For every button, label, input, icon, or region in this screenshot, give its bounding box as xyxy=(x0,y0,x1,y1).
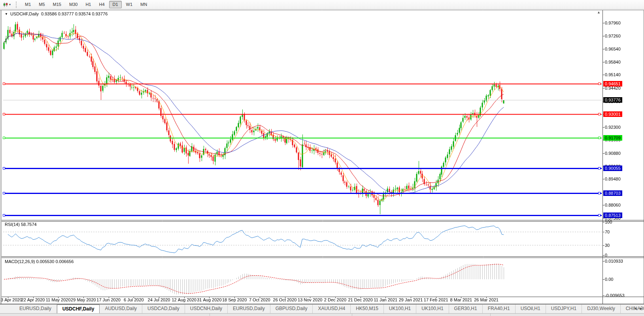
status-bar xyxy=(0,313,644,316)
symbol-tab-bar: EURUSD,DailyUSDCHF,DailyAUDUSD,DailyUSDC… xyxy=(0,304,644,313)
timeframe-toolbar: ▾ M1 M5 M15 M30 H1 H4 D1 W1 MN xyxy=(0,0,644,9)
tab-eurusd-daily[interactable]: EURUSD,Daily xyxy=(14,305,57,313)
price-badge-0.93776: 0.93776 xyxy=(603,97,622,103)
price-chart-canvas[interactable] xyxy=(0,0,644,316)
candlestick-chart-icon xyxy=(3,2,8,8)
tab-usdjpy-h1[interactable]: USDJPY,H1 xyxy=(546,305,582,313)
tab-scroll-right-icon[interactable]: ► xyxy=(639,307,643,310)
price-badge-0.94651: 0.94651 xyxy=(603,81,622,87)
chevron-down-icon: ▾ xyxy=(9,3,11,6)
symbol-period-label: USDCHF,Daily xyxy=(10,11,39,16)
price-badge-0.88703: 0.88703 xyxy=(603,190,622,196)
tab-uk100-h1[interactable]: UK100,H1 xyxy=(416,305,449,313)
toolbar-grip xyxy=(16,2,18,8)
macd-indicator-label: MACD(12,26,9) 0.005530 0.006656 xyxy=(5,259,74,264)
rsi-indicator-label: RSI(14) 58.7574 xyxy=(5,222,37,227)
tab-gbpusd-daily[interactable]: GBPUSD,Daily xyxy=(270,305,313,313)
price-badge-0.93001: 0.93001 xyxy=(603,111,622,117)
tf-button-m1[interactable]: M1 xyxy=(21,1,34,8)
tf-button-d1[interactable]: D1 xyxy=(109,1,122,8)
chart-shift-marker-icon[interactable]: ▲ xyxy=(597,10,601,14)
tab-eurusd-daily[interactable]: EURUSD,Daily xyxy=(228,305,270,313)
tab-usdcnh-daily[interactable]: USDCNH,Daily xyxy=(185,305,228,313)
price-badge-0.90055: 0.90055 xyxy=(603,166,622,171)
tab-xauusd-h4[interactable]: XAUUSD,H4 xyxy=(313,305,351,313)
chart-title: ▼ USDCHF,Daily 0.93586 0.93777 0.93574 0… xyxy=(5,11,108,16)
price-badge-0.91709: 0.91709 xyxy=(603,135,622,141)
tf-button-m30[interactable]: M30 xyxy=(66,1,81,8)
tab-dj30-weekly[interactable]: DJ30,Weekly xyxy=(582,305,620,313)
tab-usoil-h1[interactable]: USOil,H1 xyxy=(516,305,546,313)
tf-button-m15[interactable]: M15 xyxy=(49,1,65,8)
tf-button-h1[interactable]: H1 xyxy=(82,1,94,8)
tab-audusd-daily[interactable]: AUDUSD,Daily xyxy=(100,305,142,313)
tab-ger30-h1[interactable]: GER30,H1 xyxy=(449,305,483,313)
tf-button-mn[interactable]: MN xyxy=(137,1,151,8)
tf-button-h4[interactable]: H4 xyxy=(95,1,108,8)
price-badge-0.87513: 0.87513 xyxy=(603,213,622,218)
trading-platform-window: { "toolbar": { "chart_type_icon": "candl… xyxy=(0,0,644,316)
tf-button-w1[interactable]: W1 xyxy=(123,1,136,8)
tab-fra40-h1[interactable]: FRA40,H1 xyxy=(483,305,516,313)
tab-scroll-left-icon[interactable]: ◄ xyxy=(633,307,637,310)
tab-usdcad-daily[interactable]: USDCAD,Daily xyxy=(142,305,185,313)
tab-uk100-h1[interactable]: UK100,H1 xyxy=(384,305,416,313)
collapse-icon[interactable]: ▼ xyxy=(5,12,8,16)
tab-usdchf-daily[interactable]: USDCHF,Daily xyxy=(57,305,100,313)
chart-type-button[interactable]: ▾ xyxy=(2,1,12,8)
tab-hk50-m15[interactable]: HK50,M15 xyxy=(351,305,384,313)
ohlc-values: 0.93586 0.93777 0.93574 0.93776 xyxy=(41,11,108,16)
tf-button-m5[interactable]: M5 xyxy=(35,1,48,8)
